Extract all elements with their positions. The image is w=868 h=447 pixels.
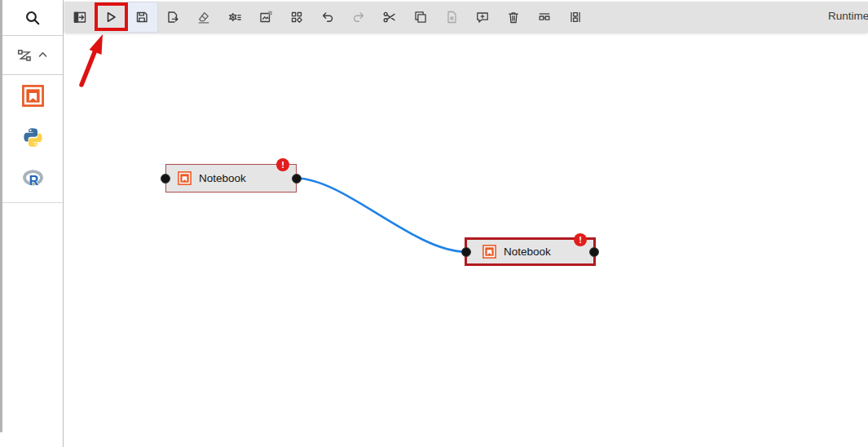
error-badge: ! (276, 158, 289, 171)
node-notebook-2[interactable]: Notebook ! (465, 237, 596, 266)
node-label: Notebook (199, 172, 246, 184)
node-label: Notebook (504, 246, 551, 258)
notebook-icon (482, 245, 496, 259)
edge-notebook-to-notebook[interactable] (297, 179, 465, 252)
node-notebook-1[interactable]: Notebook ! (165, 164, 297, 193)
input-port[interactable] (461, 247, 471, 257)
notebook-icon (178, 171, 192, 185)
input-port[interactable] (161, 174, 170, 184)
error-badge: ! (574, 233, 587, 246)
output-port[interactable] (292, 174, 302, 184)
pipeline-canvas (0, 0, 868, 447)
output-port[interactable] (589, 247, 599, 257)
